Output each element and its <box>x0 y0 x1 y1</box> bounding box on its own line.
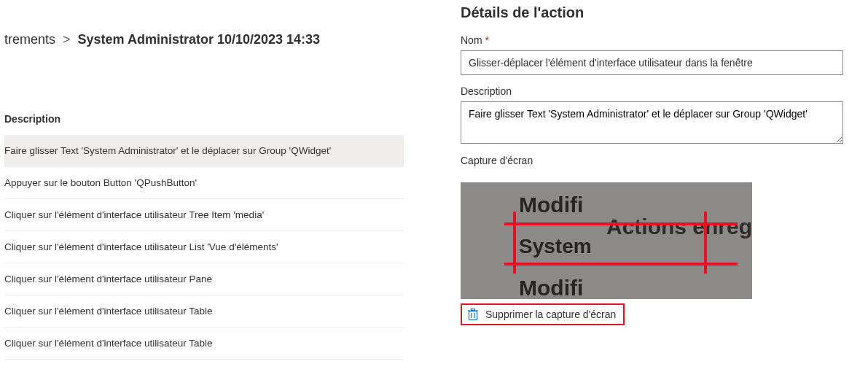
column-header-description[interactable]: Description <box>4 55 404 135</box>
annotation-line <box>513 212 516 274</box>
thumb-text: Modifi <box>519 276 583 299</box>
name-label: Nom * <box>461 34 853 46</box>
annotation-line <box>704 212 707 274</box>
breadcrumb: trements > System Administrator 10/10/20… <box>4 0 404 55</box>
action-row[interactable]: Faire glisser Text 'System Administrator… <box>4 135 404 167</box>
delete-screenshot-label: Supprimer la capture d'écran <box>485 309 616 320</box>
annotation-line <box>504 263 738 266</box>
action-row[interactable]: Appuyer sur le bouton Button 'QPushButto… <box>4 167 404 199</box>
description-field[interactable] <box>461 101 843 144</box>
panel-title: Détails de l'action <box>461 0 853 34</box>
action-row[interactable]: Cliquer sur l'élément d'interface utilis… <box>4 263 404 295</box>
delete-screenshot-button[interactable]: Supprimer la capture d'écran <box>461 303 625 325</box>
trash-icon <box>468 309 478 320</box>
svg-rect-1 <box>472 309 475 311</box>
thumb-text: System <box>519 235 592 258</box>
screenshot-thumbnail[interactable]: Modifi Actions enregi System Modifi <box>461 182 752 299</box>
thumb-text: Modifi <box>519 193 583 217</box>
required-mark: * <box>485 34 488 46</box>
chevron-right-icon: > <box>63 32 71 47</box>
action-row[interactable]: Cliquer sur l'élément d'interface utilis… <box>4 231 404 263</box>
thumb-text: Actions enregi <box>606 214 752 239</box>
breadcrumb-prev[interactable]: trements <box>4 32 55 47</box>
screenshot-label: Capture d'écran <box>461 155 853 166</box>
description-label: Description <box>461 85 853 97</box>
annotation-line <box>504 222 738 225</box>
action-row[interactable]: Cliquer sur l'élément d'interface utilis… <box>4 295 404 328</box>
svg-rect-0 <box>469 311 477 320</box>
breadcrumb-current: System Administrator 10/10/2023 14:33 <box>78 32 321 47</box>
action-row[interactable]: Cliquer sur l'élément d'interface utilis… <box>4 199 404 231</box>
action-row[interactable]: Cliquer sur l'élément d'interface utilis… <box>4 328 404 360</box>
name-field[interactable] <box>461 50 843 75</box>
